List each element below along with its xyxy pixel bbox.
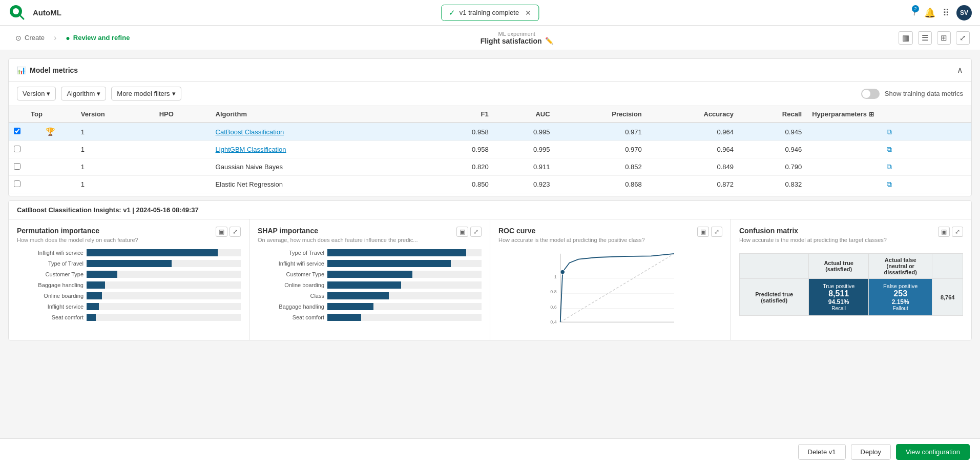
view-config-button[interactable]: View configuration bbox=[896, 444, 970, 460]
qlik-logo bbox=[8, 4, 27, 22]
roc-expand-2[interactable]: ⤢ bbox=[711, 227, 722, 237]
row-hpo bbox=[154, 158, 211, 176]
row-checkbox[interactable] bbox=[14, 128, 20, 134]
more-filters-label: More model filters bbox=[117, 90, 170, 97]
help-badge: 2 bbox=[912, 5, 919, 12]
svg-point-1 bbox=[13, 8, 19, 14]
close-notification-icon[interactable]: ✕ bbox=[525, 9, 531, 17]
cm-false-positive: False positive 253 2.15% Fallout bbox=[869, 279, 932, 316]
svg-text:1: 1 bbox=[554, 274, 557, 279]
permutation-panel: Permutation importance How much does the… bbox=[9, 219, 249, 340]
edit-icon[interactable]: ✏️ bbox=[545, 37, 553, 45]
bar-fill bbox=[87, 260, 172, 267]
list-view-icon: ☰ bbox=[922, 33, 928, 42]
step-review[interactable]: ● Review and refine bbox=[60, 32, 135, 44]
algorithm-filter[interactable]: Algorithm ▾ bbox=[61, 87, 106, 100]
shap-chart: Type of Travel Inflight wifi service Cus… bbox=[258, 249, 482, 321]
shap-expand-2[interactable]: ⤢ bbox=[470, 227, 482, 237]
row-hpo bbox=[154, 176, 211, 193]
deploy-button[interactable]: Deploy bbox=[851, 444, 891, 460]
shap-subtitle: On average, how much does each feature i… bbox=[258, 237, 418, 243]
svg-text:0.8: 0.8 bbox=[550, 289, 556, 294]
col-f1: F1 bbox=[432, 106, 494, 123]
row-hpo bbox=[154, 193, 211, 196]
toggle-track[interactable] bbox=[861, 89, 880, 99]
row-auc: 0.923 bbox=[494, 193, 555, 196]
tp-sublabel: Recall bbox=[811, 306, 866, 311]
table-row[interactable]: 🏆 1 CatBoost Classification 0.958 0.995 … bbox=[9, 123, 971, 141]
notification-bell-button[interactable]: 🔔 bbox=[924, 7, 935, 18]
user-avatar[interactable]: SV bbox=[956, 5, 972, 21]
table-row[interactable]: 1 LightGBM Classification 0.958 0.995 0.… bbox=[9, 141, 971, 158]
hyperparams-link-icon[interactable]: ⧉ bbox=[887, 128, 892, 136]
shap-bar-container bbox=[327, 271, 482, 278]
toggle-thumb bbox=[862, 90, 870, 98]
roc-panel: ROC curve How accurate is the model at p… bbox=[490, 219, 731, 340]
row-accuracy: 0.964 bbox=[647, 123, 739, 141]
permutation-bar-row: Online boarding bbox=[17, 292, 241, 299]
hyperparams-link-icon[interactable]: ⧉ bbox=[887, 145, 892, 153]
view-grid-button[interactable]: ⊞ bbox=[937, 31, 951, 45]
permutation-expand-2[interactable]: ⤢ bbox=[230, 227, 241, 237]
shap-bar-fill bbox=[327, 292, 389, 299]
shap-bar-label: Type of Travel bbox=[258, 250, 324, 256]
svg-text:0.4: 0.4 bbox=[550, 319, 556, 325]
bar-label: Inflight service bbox=[17, 304, 84, 310]
confusion-expand-2[interactable]: ⤢ bbox=[952, 227, 963, 237]
collapse-button[interactable]: ∧ bbox=[957, 65, 963, 75]
bar-fill bbox=[87, 281, 105, 289]
shap-bar-fill bbox=[327, 281, 401, 289]
confusion-subtitle: How accurate is the model at predicting … bbox=[739, 237, 887, 243]
shap-bar-fill bbox=[327, 260, 451, 267]
exp-label: ML experiment bbox=[498, 31, 535, 37]
bar-container bbox=[87, 314, 241, 321]
cm-true-positive: True positive 8,511 94.51% Recall bbox=[809, 279, 869, 316]
model-table-wrapper[interactable]: Top Version HPO Algorithm F1 AUC Precisi… bbox=[9, 106, 971, 196]
training-data-toggle[interactable] bbox=[861, 89, 880, 99]
shap-expand-1[interactable]: ▣ bbox=[456, 227, 468, 237]
step-review-label: Review and refine bbox=[73, 34, 130, 42]
row-recall: 0.946 bbox=[739, 141, 807, 158]
step-create[interactable]: ⊙ Create bbox=[10, 32, 50, 44]
row-auc: 0.911 bbox=[494, 158, 555, 176]
view-card-button[interactable]: ▦ bbox=[899, 31, 913, 45]
shap-bar-container bbox=[327, 281, 482, 289]
permutation-expand-1[interactable]: ▣ bbox=[216, 227, 227, 237]
row-algorithm: CatBoost Classification bbox=[211, 123, 432, 141]
apps-grid-button[interactable]: ⠿ bbox=[943, 7, 949, 18]
roc-expand-1[interactable]: ▣ bbox=[697, 227, 709, 237]
row-recall: 0.790 bbox=[739, 158, 807, 176]
bar-fill bbox=[87, 271, 117, 278]
view-expand-button[interactable]: ⤢ bbox=[956, 31, 970, 45]
shap-bar-fill bbox=[327, 303, 373, 310]
version-filter[interactable]: Version ▾ bbox=[17, 87, 56, 100]
table-row[interactable]: 1 Elastic Net Regression 0.850 0.923 0.8… bbox=[9, 176, 971, 193]
more-filters[interactable]: More model filters ▾ bbox=[111, 87, 181, 100]
row-version: 1 bbox=[76, 141, 154, 158]
row-algorithm: Gaussian Naive Bayes bbox=[211, 158, 432, 176]
view-list-button[interactable]: ☰ bbox=[918, 31, 932, 45]
tp-pct: 94.51% bbox=[811, 298, 866, 306]
hyperparams-link-icon[interactable]: ⧉ bbox=[887, 163, 892, 171]
row-checkbox[interactable] bbox=[14, 163, 20, 170]
cm-actual-true-header: Actual true(satisfied) bbox=[809, 254, 869, 279]
shap-bar-row: Class bbox=[258, 292, 482, 299]
svg-text:0.6: 0.6 bbox=[550, 305, 556, 310]
row-checkbox[interactable] bbox=[14, 146, 20, 152]
bar-fill bbox=[87, 249, 218, 256]
row-precision: 0.971 bbox=[555, 123, 647, 141]
hyperparams-link-icon[interactable]: ⧉ bbox=[887, 180, 892, 188]
row-checkbox[interactable] bbox=[14, 180, 20, 187]
table-row[interactable]: 1 Gaussian Naive Bayes 0.820 0.911 0.852… bbox=[9, 158, 971, 176]
shap-bar-row: Customer Type bbox=[258, 271, 482, 278]
table-row[interactable]: 1 Lasso Regression 0.850 0.923 0.868 0.8… bbox=[9, 193, 971, 196]
delete-button[interactable]: Delete v1 bbox=[798, 444, 846, 460]
col-algorithm: Algorithm bbox=[211, 106, 432, 123]
confusion-expand-1[interactable]: ▣ bbox=[938, 227, 950, 237]
bar-label: Online boarding bbox=[17, 293, 84, 299]
cm-side-total: 8,764 bbox=[932, 279, 963, 316]
more-filters-dropdown-icon: ▾ bbox=[172, 90, 176, 97]
shap-bar-row: Inflight wifi service bbox=[258, 260, 482, 267]
bar-container bbox=[87, 281, 241, 289]
help-button[interactable]: ? 2 bbox=[912, 7, 917, 18]
